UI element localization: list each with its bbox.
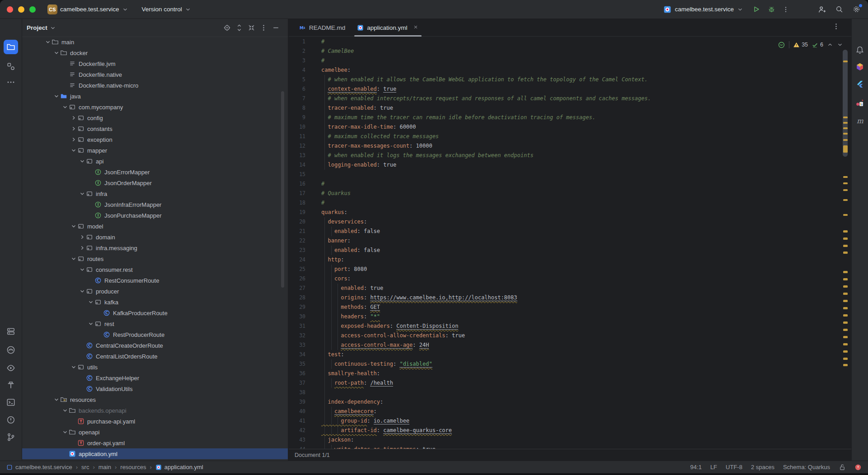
more-run-actions-button[interactable]	[779, 3, 792, 16]
tool-stripe-build-button[interactable]	[4, 378, 18, 392]
tab-application-yml[interactable]: application.yml	[351, 19, 424, 36]
chevron-down-icon[interactable]	[87, 298, 94, 306]
warning-stripe-mark[interactable]	[843, 307, 848, 309]
warning-stripe-mark[interactable]	[843, 127, 848, 129]
project-tree-scrollbar[interactable]	[281, 91, 284, 288]
tree-item-jsonerrormapper[interactable]: IJsonErrorMapper	[22, 167, 288, 177]
warning-stripe-mark[interactable]	[843, 251, 848, 254]
tree-item-main[interactable]: main	[22, 37, 288, 47]
breadcrumb-resources[interactable]: resources	[120, 464, 146, 470]
tool-stripe-more-button[interactable]	[4, 75, 18, 89]
chevron-down-icon[interactable]	[52, 93, 60, 100]
warning-stripe-mark[interactable]	[843, 358, 848, 360]
tree-item-docker[interactable]: docker	[22, 47, 288, 58]
chevron-right-icon[interactable]	[70, 136, 77, 143]
collapse-all-button[interactable]	[248, 24, 255, 32]
project-menu[interactable]: CS camelbee.test.service	[47, 5, 128, 14]
tree-item-rest[interactable]: rest	[22, 318, 288, 329]
chevron-down-icon[interactable]	[87, 320, 94, 327]
warning-stripe-mark[interactable]	[843, 230, 848, 233]
warning-stripe-mark[interactable]	[843, 214, 848, 216]
tree-item-mapper[interactable]: mapper	[22, 145, 288, 156]
tree-item-purchase-api-yaml[interactable]: Ypurchase-api.yaml	[22, 416, 288, 427]
close-tab-icon[interactable]	[413, 24, 419, 32]
tree-item-order-api-yaml[interactable]: Yorder-api.yaml	[22, 438, 288, 448]
code-editor[interactable]: 1#2# CamelBee3#4camelbee:5 # when enable…	[289, 37, 851, 449]
tool-stripe-structure-button[interactable]	[4, 59, 18, 74]
chevron-right-icon[interactable]	[78, 233, 86, 241]
tool-stripe-plugin-chart-button[interactable]	[853, 96, 867, 110]
panel-options-button[interactable]	[260, 24, 267, 32]
chevron-down-icon[interactable]	[70, 363, 77, 371]
expand-all-button[interactable]	[235, 24, 243, 32]
schema-select[interactable]: Schema: Quarkus	[783, 464, 830, 470]
warning-stripe-mark[interactable]	[843, 278, 848, 280]
run-button[interactable]	[750, 3, 762, 16]
tree-item-exception[interactable]: exception	[22, 134, 288, 145]
tool-stripe-plugin-cube-button[interactable]	[853, 60, 867, 74]
tree-item-com-mycompany[interactable]: com.mycompany	[22, 102, 288, 112]
warning-stripe-mark[interactable]	[843, 238, 848, 240]
notification-error-icon[interactable]	[854, 464, 862, 471]
chevron-down-icon[interactable]	[70, 255, 77, 262]
warning-stripe-mark[interactable]	[843, 364, 848, 366]
line-separator[interactable]: LF	[710, 464, 717, 470]
highlighting-level-icon[interactable]	[778, 41, 785, 49]
warning-stripe-mark[interactable]	[843, 139, 848, 141]
tree-item-jsonordermapper[interactable]: IJsonOrderMapper	[22, 177, 288, 188]
warning-stripe-mark[interactable]	[843, 245, 848, 247]
chevron-right-icon[interactable]	[78, 244, 86, 251]
caret-position[interactable]: 94:1	[690, 464, 702, 470]
chevron-down-icon[interactable]	[61, 428, 69, 436]
warning-stripe-mark[interactable]	[843, 321, 848, 324]
tree-item-java[interactable]: java	[22, 91, 288, 102]
tree-item-backends-openapi[interactable]: backends.openapi	[22, 405, 288, 416]
chevron-down-icon[interactable]	[70, 147, 77, 154]
tree-item-jsoninfraerrormapper[interactable]: IJsonInfraErrorMapper	[22, 199, 288, 210]
inspections-widget[interactable]: 35 6	[778, 40, 843, 50]
tool-stripe-services-list-button[interactable]	[4, 324, 18, 339]
run-configuration-select[interactable]: camelbee.test.service	[663, 5, 743, 14]
breadcrumb-application-yml[interactable]: application.yml	[155, 464, 203, 470]
tool-stripe-camel-button[interactable]	[4, 343, 18, 357]
tool-stripe-flutter-button[interactable]	[853, 77, 867, 92]
vcs-menu[interactable]: Version control	[142, 6, 191, 13]
tree-item-routes[interactable]: routes	[22, 253, 288, 264]
tree-item-kafka[interactable]: kafka	[22, 297, 288, 307]
tree-item-application-yml[interactable]: application.yml	[22, 448, 288, 459]
warning-stripe-mark[interactable]	[843, 189, 848, 191]
tab-options-button[interactable]	[832, 23, 840, 32]
tree-item-openapi[interactable]: openapi	[22, 427, 288, 438]
code-with-me-button[interactable]	[816, 3, 828, 16]
hide-panel-button[interactable]	[272, 24, 280, 32]
tree-item-utils[interactable]: utils	[22, 362, 288, 373]
chevron-right-icon[interactable]	[70, 114, 77, 121]
tool-stripe-services-play-button[interactable]	[4, 361, 18, 375]
tree-item-domain[interactable]: domain	[22, 232, 288, 242]
tool-stripe-problems-button[interactable]	[4, 413, 18, 427]
maximize-window-button[interactable]	[29, 6, 36, 13]
warning-stripe-mark[interactable]	[843, 176, 848, 178]
close-window-button[interactable]	[7, 6, 13, 13]
file-lock-icon[interactable]	[839, 464, 846, 471]
chevron-down-icon[interactable]	[52, 396, 60, 403]
warning-stripe-mark[interactable]	[843, 343, 848, 345]
tree-item-exchangehelper[interactable]: CExchangeHelper	[22, 373, 288, 383]
minimize-window-button[interactable]	[18, 6, 24, 13]
warning-stripe-mark[interactable]	[843, 314, 848, 317]
editor-scrollbar[interactable]	[843, 37, 848, 449]
warning-stripe-mark[interactable]	[843, 199, 848, 201]
warning-stripe-mark[interactable]	[843, 133, 848, 135]
warning-stripe-mark[interactable]	[843, 271, 848, 273]
breadcrumb-main[interactable]: main	[99, 464, 111, 470]
debug-button[interactable]	[765, 3, 778, 16]
previous-problem-button[interactable]	[827, 42, 833, 48]
tree-item-dockerfile-native-micro[interactable]: Dockerfile.native-micro	[22, 80, 288, 91]
chevron-down-icon[interactable]	[78, 190, 86, 197]
locate-file-button[interactable]	[223, 24, 231, 32]
warning-stripe-mark[interactable]	[843, 300, 848, 302]
tool-stripe-maven-button[interactable]: m	[853, 113, 867, 128]
warning-stripe-mark[interactable]	[843, 116, 848, 118]
chevron-down-icon[interactable]	[61, 407, 69, 414]
next-problem-button[interactable]	[837, 42, 843, 48]
